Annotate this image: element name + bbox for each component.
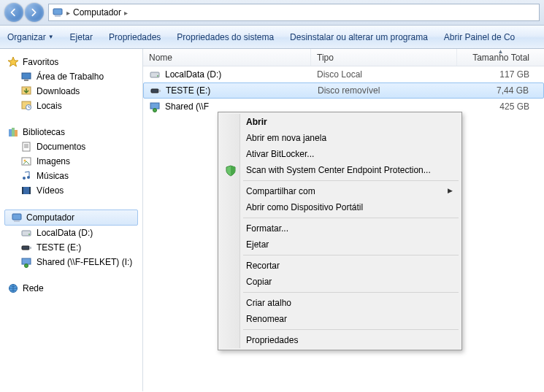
sidebar: Favoritos Área de Trabalho Downloads Loc…: [0, 49, 143, 391]
menu-item[interactable]: Abrir em nova janela: [220, 130, 460, 146]
menu-separator: [243, 218, 459, 218]
sidebar-item-downloads[interactable]: Downloads: [4, 84, 142, 99]
shield-icon: [224, 164, 237, 177]
navbar: ▸ Computador ▸: [0, 0, 544, 26]
toolbar-controlpanel[interactable]: Abrir Painel de Co: [444, 32, 515, 42]
menu-item[interactable]: Propriedades: [220, 332, 460, 348]
sidebar-item-recent[interactable]: Locais: [4, 99, 142, 113]
video-icon: [20, 185, 32, 196]
back-button[interactable]: [4, 3, 23, 22]
hdd-icon: [20, 227, 32, 239]
sidebar-item-teste[interactable]: TESTE (E:): [4, 240, 142, 255]
row-name: LocalData (D:): [165, 69, 221, 80]
col-name[interactable]: Nome: [143, 49, 311, 66]
sidebar-item-localdata[interactable]: LocalData (D:): [4, 226, 142, 240]
menu-item[interactable]: Compartilhar com: [220, 183, 460, 199]
sidebar-libraries[interactable]: Bibliotecas: [4, 125, 142, 139]
sidebar-computer[interactable]: Computador: [4, 210, 138, 226]
menu-item[interactable]: Copiar: [220, 274, 460, 290]
document-icon: [20, 141, 32, 153]
menu-item[interactable]: Recortar: [220, 258, 460, 274]
chevron-right-icon: ▸: [66, 9, 70, 17]
toolbar-properties[interactable]: Propriedades: [109, 32, 161, 42]
menu-separator: [243, 255, 459, 255]
sidebar-item-documents[interactable]: Documentos: [4, 139, 142, 154]
menu-separator: [243, 180, 459, 181]
drive-icon: [149, 101, 161, 112]
row-size: 425 GB: [457, 101, 544, 112]
drive-icon: [150, 85, 161, 96]
sidebar-network[interactable]: Rede: [4, 281, 142, 296]
toolbar: Organizar ▼ Ejetar Propriedades Propried…: [0, 26, 544, 49]
breadcrumb[interactable]: ▸ Computador ▸: [48, 4, 540, 21]
row-size: 117 GB: [457, 69, 544, 80]
sort-indicator-icon: ▲: [300, 48, 544, 55]
forward-button[interactable]: [25, 3, 44, 22]
toolbar-eject[interactable]: Ejetar: [70, 32, 93, 42]
row-size: 7,44 GB: [458, 85, 543, 96]
netdrive-icon: [20, 256, 32, 268]
menu-item[interactable]: Scan with System Center Endpoint Protect…: [220, 162, 460, 178]
menu-item[interactable]: Renomear: [220, 311, 460, 327]
menu-item[interactable]: Abrir como Dispositivo Portátil: [220, 199, 460, 215]
sidebar-item-music[interactable]: Músicas: [4, 169, 142, 183]
drive-icon: [149, 69, 161, 80]
toolbar-uninstall[interactable]: Desinstalar ou alterar um programa: [290, 32, 428, 42]
context-menu: AbrirAbrir em nova janelaAtivar BitLocke…: [218, 112, 462, 350]
sidebar-favorites[interactable]: Favoritos: [4, 55, 142, 69]
sidebar-item-shared[interactable]: Shared (\\F-FELKET) (I:): [4, 255, 142, 269]
star-icon: [7, 56, 19, 68]
breadcrumb-label[interactable]: Computador: [73, 7, 121, 18]
sidebar-item-images[interactable]: Imagens: [4, 154, 142, 169]
sidebar-item-desktop[interactable]: Área de Trabalho: [4, 69, 142, 84]
computer-icon: [11, 212, 23, 223]
file-row[interactable]: TESTE (E:)Disco removível7,44 GB: [143, 82, 544, 99]
image-icon: [20, 155, 32, 167]
row-type: Disco removível: [312, 85, 458, 96]
nav-buttons: [4, 3, 44, 22]
menu-item[interactable]: Criar atalho: [220, 295, 460, 311]
network-icon: [7, 283, 19, 294]
menu-separator: [243, 329, 459, 330]
desktop-icon: [20, 71, 32, 82]
download-icon: [20, 85, 32, 97]
chevron-right-icon: ▸: [124, 9, 128, 17]
row-name: TESTE (E:): [166, 85, 210, 96]
menu-item[interactable]: Formatar...: [220, 220, 460, 237]
menu-item[interactable]: Ativar BitLocker...: [220, 146, 460, 162]
menu-separator: [243, 292, 459, 293]
file-row[interactable]: LocalData (D:)Disco Local117 GB: [143, 66, 544, 82]
libraries-icon: [7, 126, 19, 138]
music-icon: [20, 170, 32, 182]
row-name: Shared (\\F: [165, 101, 209, 112]
row-type: Disco Local: [311, 69, 457, 80]
usb-icon: [20, 242, 32, 253]
toolbar-sysprops[interactable]: Propriedades do sistema: [177, 32, 274, 42]
menu-item[interactable]: Ejetar: [220, 237, 460, 253]
recent-icon: [20, 100, 32, 112]
sidebar-item-videos[interactable]: Vídeos: [4, 183, 142, 198]
computer-icon: [52, 7, 64, 18]
toolbar-organize[interactable]: Organizar ▼: [7, 32, 54, 42]
chevron-down-icon: ▼: [48, 34, 54, 40]
menu-item[interactable]: Abrir: [220, 114, 460, 130]
column-headers: Nome Tipo Tamanho Total ▲: [143, 49, 544, 66]
